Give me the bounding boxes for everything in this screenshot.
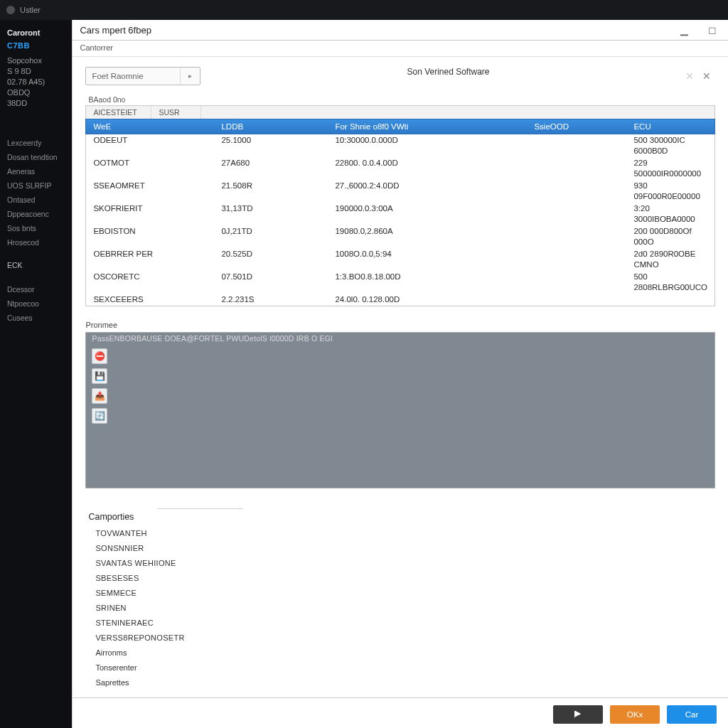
preview-path: PassENBORBAUSE DOEA@FORTEL PWUDetolS l00… xyxy=(92,334,333,343)
table-row[interactable]: SEXCEEERS2.2.231S24.0l0. 0.128.00D xyxy=(86,294,714,306)
chevron-right-icon: ▸ xyxy=(180,68,200,85)
col-header[interactable]: For Shnie o8f0 VWti xyxy=(328,119,527,134)
main-content: Cars mpert 6fbep ▁ ◻ Cantorrer Foet Raom… xyxy=(72,20,728,728)
sidebar-item[interactable]: Ntpoecoo xyxy=(7,298,65,309)
sidebar-item[interactable]: Lexceerdy xyxy=(7,137,65,149)
grid-label: BAaod 0no xyxy=(88,95,715,104)
export-icon[interactable]: 📤 xyxy=(92,388,107,404)
property-item[interactable]: Airronms xyxy=(88,646,712,660)
property-item[interactable]: Saprettes xyxy=(88,675,712,690)
column-headers: WeE LDDB For Shnie o8f0 VWti SsieOOD ECU xyxy=(85,119,715,134)
soft-close-icon[interactable]: ✕ xyxy=(685,70,694,82)
sidebar-item[interactable]: UOS SLRFIP xyxy=(7,180,65,191)
property-item[interactable]: TovWanteh xyxy=(88,526,712,541)
properties-section: Camporties TovWantehSonsnnierSvantas Weh… xyxy=(73,509,728,697)
sidebar-heading: Caroront xyxy=(7,28,65,37)
property-item[interactable]: Semmece xyxy=(88,586,712,601)
sidebar-item[interactable]: Dppeacoenc xyxy=(7,208,65,220)
sidebar-key[interactable]: ECK xyxy=(7,259,65,271)
table-row[interactable]: ODEEUT25.100010:30000.0.000D500 300000IC… xyxy=(86,134,714,157)
preview-pane: PassENBORBAUSE DOEA@FORTEL PWUDetolS l00… xyxy=(85,332,715,488)
data-grid: BAaod 0no AICESTEIET SUSR WeE LDDB For S… xyxy=(73,95,728,306)
window-title: Cars mpert 6fbep xyxy=(80,25,680,36)
sidebar-item[interactable]: Cusees xyxy=(7,312,65,323)
table-row[interactable]: OEBRRER PER20.525D1008O.0.0,5:942d0 2890… xyxy=(86,248,714,271)
refresh-icon[interactable]: 🔄 xyxy=(92,408,107,424)
grid-tab[interactable]: SUSR xyxy=(151,106,201,119)
property-item[interactable]: Tonserenter xyxy=(88,660,712,675)
col-header[interactable]: ECU xyxy=(626,119,714,134)
sidebar-item[interactable]: Ontased xyxy=(7,194,65,205)
col-header[interactable]: WeE xyxy=(86,119,214,134)
property-item[interactable]: Verss8reponosetr xyxy=(88,631,712,646)
sidebar: Caroront C7BB SopcohoxS 9 8D 02.78 A45)O… xyxy=(0,20,72,728)
app-title: Ustler xyxy=(20,6,41,14)
table-row[interactable]: EBOISTON0J,21TD19080.0,2.860A200 000D800… xyxy=(86,225,714,248)
preview-section: Pronmee PassENBORBAUSE DOEA@FORTEL PWUDe… xyxy=(85,321,715,488)
app-icon xyxy=(6,5,16,15)
window-header: Cars mpert 6fbep ▁ ◻ xyxy=(73,20,728,41)
property-item[interactable]: Sbeseses xyxy=(88,571,712,586)
sidebar-info: SopcohoxS 9 8D 02.78 A45)OBDQ 38DD xyxy=(7,55,65,109)
section-label: Son Verined Software xyxy=(407,67,489,77)
table-row[interactable]: OOTMOT27A68022800. 0.0.4.00D229 500000IR… xyxy=(86,157,714,180)
back-button[interactable]: ⯈ xyxy=(553,705,603,724)
property-item[interactable]: Srinen xyxy=(88,601,712,616)
footer: ⯈ OKx Car xyxy=(73,697,728,728)
control-row: Foet Raomnie ▸ Son Verined Software ✕ ✕ xyxy=(73,57,728,95)
col-header[interactable]: LDDB xyxy=(214,119,328,134)
minimize-icon[interactable]: ▁ xyxy=(680,24,688,36)
sidebar-active-code[interactable]: C7BB xyxy=(7,41,65,50)
sidebar-item[interactable]: Aeneras xyxy=(7,166,65,177)
sidebar-item[interactable]: Hrosecod xyxy=(7,237,65,248)
table-row[interactable]: SKOFRIERIT31,13TD190000.0.3:00A3:20 3000… xyxy=(86,203,714,225)
stop-icon[interactable]: ⛔ xyxy=(92,348,107,364)
svg-point-0 xyxy=(6,6,15,14)
table-row[interactable]: OSCORETC07.501D1:3.BO0.8.18.00D500 2808R… xyxy=(86,271,714,294)
col-header[interactable]: SsieOOD xyxy=(527,119,626,134)
maximize-icon[interactable]: ◻ xyxy=(708,24,717,36)
close-icon[interactable]: ✕ xyxy=(702,70,711,82)
grid-tabs: AICESTEIET SUSR xyxy=(85,105,715,119)
sidebar-item[interactable]: Dosan tendtion xyxy=(7,151,65,163)
grid-tab[interactable]: AICESTEIET xyxy=(86,106,151,119)
property-item[interactable]: Svantas Wehiione xyxy=(88,556,712,571)
property-item[interactable]: Sonsnnier xyxy=(88,541,712,556)
window-subtitle: Cantorrer xyxy=(73,41,728,57)
sidebar-item[interactable]: Sos bnts xyxy=(7,223,65,234)
ok-button[interactable]: OKx xyxy=(610,705,660,724)
app-titlebar: Ustler xyxy=(0,0,728,20)
sidebar-nav: Lexceerdy Dosan tendtion Aeneras UOS SLR… xyxy=(7,137,65,323)
filter-value: Foet Raomnie xyxy=(86,72,180,80)
filter-dropdown[interactable]: Foet Raomnie ▸ xyxy=(85,67,200,85)
preview-label: Pronmee xyxy=(85,321,715,329)
properties-title: Camporties xyxy=(88,512,712,522)
property-item[interactable]: Stenineraec xyxy=(88,616,712,631)
table-row[interactable]: SSEAOMRET21.508R27.,6000.2:4.0DD930 09F0… xyxy=(86,180,714,203)
cancel-button[interactable]: Car xyxy=(667,705,717,724)
save-icon[interactable]: 💾 xyxy=(92,368,107,384)
sidebar-item[interactable]: Dcessor xyxy=(7,284,65,295)
